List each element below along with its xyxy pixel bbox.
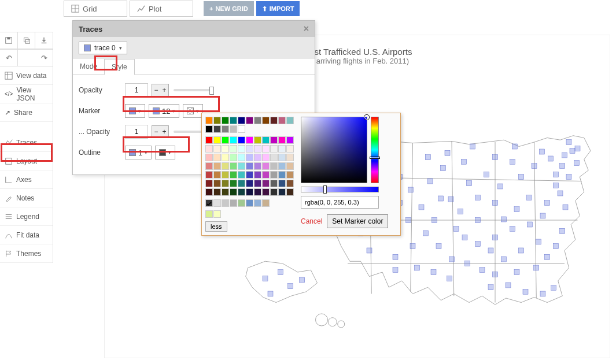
swatch[interactable] (205, 162, 213, 170)
airport-marker[interactable] (519, 174, 524, 180)
palette-less-button[interactable]: less (205, 221, 227, 232)
swatch[interactable] (222, 154, 229, 161)
swatch[interactable] (213, 145, 221, 153)
swatch[interactable] (246, 188, 253, 196)
airport-marker[interactable] (410, 244, 415, 249)
airport-marker[interactable] (519, 248, 524, 253)
swatch[interactable] (230, 117, 237, 124)
airport-marker[interactable] (510, 159, 515, 164)
sidebar-item-notes[interactable]: Notes (0, 189, 53, 207)
swatch[interactable] (286, 188, 294, 196)
swatch[interactable] (246, 136, 253, 144)
redo-icon[interactable]: ↷ (35, 50, 53, 66)
palette-row[interactable] (205, 117, 294, 124)
swatch[interactable] (278, 117, 286, 124)
airport-marker[interactable] (493, 155, 498, 160)
airport-marker[interactable] (493, 200, 498, 206)
swatch[interactable] (205, 171, 213, 179)
swatch[interactable] (230, 171, 237, 179)
airport-marker[interactable] (467, 181, 472, 186)
airport-marker[interactable] (449, 257, 455, 262)
swatch[interactable] (254, 199, 261, 207)
airport-marker[interactable] (514, 207, 519, 212)
swatch[interactable] (278, 154, 286, 161)
airport-marker[interactable] (300, 277, 305, 283)
swatch[interactable] (205, 180, 213, 187)
airport-marker[interactable] (575, 146, 580, 151)
swatch[interactable] (286, 162, 294, 170)
palette-row[interactable] (205, 162, 294, 170)
swatch[interactable] (205, 154, 213, 161)
cancel-button[interactable]: Cancel (301, 217, 322, 225)
swatch[interactable] (262, 117, 270, 124)
swatch[interactable] (270, 136, 278, 144)
airport-marker[interactable] (431, 270, 436, 275)
swatch[interactable] (222, 125, 229, 133)
palette-row[interactable] (205, 154, 294, 161)
swatch[interactable] (205, 145, 213, 153)
airport-marker[interactable] (367, 248, 372, 253)
airport-marker[interactable] (554, 183, 559, 188)
opacity-slider[interactable] (174, 89, 214, 91)
airport-marker[interactable] (554, 244, 559, 249)
airport-marker[interactable] (540, 213, 545, 218)
swatch[interactable] (246, 162, 253, 170)
airport-marker[interactable] (470, 144, 475, 149)
swatch[interactable] (270, 188, 278, 196)
opacity-input[interactable] (125, 83, 148, 97)
swatch[interactable] (230, 162, 237, 170)
swatch[interactable] (230, 125, 237, 133)
airport-marker[interactable] (523, 289, 528, 294)
palette-row[interactable] (205, 199, 294, 207)
swatch[interactable] (262, 171, 270, 179)
swatch[interactable] (238, 117, 245, 124)
swatch[interactable] (238, 145, 245, 153)
tab-style[interactable]: Style (104, 59, 135, 75)
swatch[interactable] (238, 180, 245, 187)
rgba-input[interactable] (301, 196, 379, 209)
airport-marker[interactable] (479, 268, 485, 273)
airport-marker[interactable] (558, 191, 563, 196)
airport-marker[interactable] (462, 159, 467, 164)
airport-marker[interactable] (563, 205, 568, 210)
airport-marker[interactable] (526, 195, 532, 200)
sidebar-item-viewjson[interactable]: </>View JSON (0, 85, 53, 103)
swatch[interactable] (222, 171, 229, 179)
swatch[interactable] (262, 199, 270, 207)
airport-marker[interactable] (419, 205, 424, 210)
airport-marker[interactable] (510, 226, 515, 232)
airport-marker[interactable] (268, 291, 273, 296)
swatch[interactable] (213, 188, 221, 196)
airport-marker[interactable] (536, 239, 541, 244)
save-icon[interactable] (0, 32, 18, 49)
swatch[interactable] (254, 117, 261, 124)
airport-marker[interactable] (278, 270, 283, 275)
airport-marker[interactable] (540, 149, 545, 154)
swatch[interactable] (278, 188, 286, 196)
swatch[interactable] (262, 136, 270, 144)
swatch[interactable] (286, 154, 294, 161)
undo-icon[interactable]: ↶ (0, 50, 18, 66)
import-button[interactable]: ⬆ IMPORT (256, 1, 300, 16)
swatch[interactable] (246, 145, 253, 153)
marker-color-dropdown[interactable]: ▾ (183, 104, 203, 118)
tab-plot[interactable]: Plot (130, 1, 193, 17)
palette-row[interactable] (205, 171, 294, 179)
palette-row[interactable] (205, 136, 294, 144)
swatch[interactable] (213, 125, 221, 133)
outline-width-dropdown[interactable]: 1▾ (125, 146, 152, 159)
airport-marker[interactable] (448, 197, 453, 202)
airport-marker[interactable] (545, 254, 550, 259)
airport-marker[interactable] (534, 265, 539, 270)
marker-shape-dropdown[interactable]: ▾ (125, 104, 145, 118)
alpha-handle[interactable] (323, 185, 327, 194)
sidebar-item-legend[interactable]: Legend (0, 207, 53, 226)
swatch[interactable] (222, 162, 229, 170)
airport-marker[interactable] (447, 276, 452, 281)
swatch[interactable] (213, 117, 221, 124)
airport-marker[interactable] (393, 254, 398, 259)
airport-marker[interactable] (574, 161, 580, 166)
airport-marker[interactable] (545, 200, 550, 206)
airport-marker[interactable] (493, 272, 498, 277)
saturation-value-picker[interactable] (301, 117, 367, 183)
